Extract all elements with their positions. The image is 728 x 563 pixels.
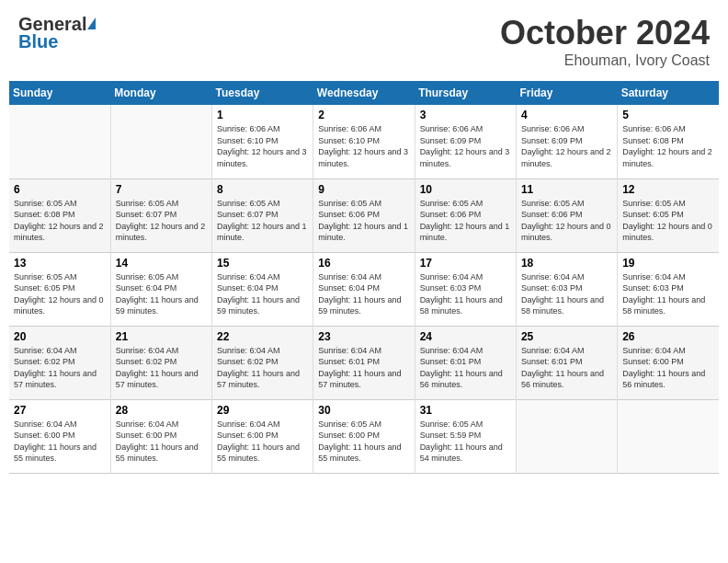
header-wednesday: Wednesday — [313, 81, 415, 105]
calendar-cell: 29Sunrise: 6:04 AM Sunset: 6:00 PM Dayli… — [212, 399, 313, 473]
page-header: General Blue October 2024 Ehouman, Ivory… — [9, 9, 719, 74]
day-info: Sunrise: 6:05 AM Sunset: 5:59 PM Dayligh… — [420, 419, 511, 465]
day-number: 19 — [622, 257, 714, 270]
calendar-cell: 27Sunrise: 6:04 AM Sunset: 6:00 PM Dayli… — [9, 399, 110, 473]
calendar-cell: 5Sunrise: 6:06 AM Sunset: 6:08 PM Daylig… — [618, 105, 719, 178]
calendar-week-row: 6Sunrise: 6:05 AM Sunset: 6:08 PM Daylig… — [9, 178, 719, 252]
day-info: Sunrise: 6:05 AM Sunset: 6:08 PM Dayligh… — [14, 198, 106, 244]
day-number: 15 — [217, 257, 308, 270]
day-number: 20 — [14, 330, 106, 343]
day-info: Sunrise: 6:06 AM Sunset: 6:10 PM Dayligh… — [217, 123, 308, 169]
day-info: Sunrise: 6:05 AM Sunset: 6:04 PM Dayligh… — [116, 271, 207, 317]
logo-triangle-icon — [87, 17, 96, 29]
calendar-cell: 3Sunrise: 6:06 AM Sunset: 6:09 PM Daylig… — [415, 105, 516, 178]
calendar-cell: 30Sunrise: 6:05 AM Sunset: 6:00 PM Dayli… — [313, 399, 415, 473]
day-number: 29 — [217, 404, 308, 417]
location: Ehouman, Ivory Coast — [500, 52, 710, 69]
header-thursday: Thursday — [415, 81, 516, 105]
month-title: October 2024 — [500, 14, 710, 52]
calendar-cell: 20Sunrise: 6:04 AM Sunset: 6:02 PM Dayli… — [9, 326, 110, 399]
day-number: 28 — [116, 404, 207, 417]
calendar-cell: 21Sunrise: 6:04 AM Sunset: 6:02 PM Dayli… — [110, 326, 211, 399]
day-info: Sunrise: 6:04 AM Sunset: 6:00 PM Dayligh… — [14, 419, 106, 465]
calendar-cell: 8Sunrise: 6:05 AM Sunset: 6:07 PM Daylig… — [212, 178, 313, 252]
day-info: Sunrise: 6:04 AM Sunset: 6:03 PM Dayligh… — [521, 271, 612, 317]
day-number: 26 — [622, 330, 714, 343]
day-number: 2 — [318, 109, 409, 121]
day-number: 23 — [318, 330, 409, 343]
day-number: 3 — [420, 109, 511, 121]
day-info: Sunrise: 6:04 AM Sunset: 6:03 PM Dayligh… — [622, 271, 714, 317]
day-info: Sunrise: 6:04 AM Sunset: 6:01 PM Dayligh… — [521, 345, 612, 391]
header-saturday: Saturday — [618, 81, 719, 105]
day-info: Sunrise: 6:05 AM Sunset: 6:07 PM Dayligh… — [217, 198, 308, 244]
calendar-cell: 2Sunrise: 6:06 AM Sunset: 6:10 PM Daylig… — [313, 105, 415, 178]
day-info: Sunrise: 6:06 AM Sunset: 6:08 PM Dayligh… — [622, 123, 714, 169]
day-info: Sunrise: 6:05 AM Sunset: 6:05 PM Dayligh… — [14, 271, 106, 317]
day-number: 22 — [217, 330, 308, 343]
header-monday: Monday — [110, 81, 211, 105]
day-number: 4 — [521, 109, 612, 121]
day-info: Sunrise: 6:04 AM Sunset: 6:04 PM Dayligh… — [318, 271, 409, 317]
day-info: Sunrise: 6:06 AM Sunset: 6:10 PM Dayligh… — [318, 123, 409, 169]
day-info: Sunrise: 6:04 AM Sunset: 6:00 PM Dayligh… — [622, 345, 714, 391]
calendar-header-row: SundayMondayTuesdayWednesdayThursdayFrid… — [9, 81, 719, 105]
day-info: Sunrise: 6:04 AM Sunset: 6:04 PM Dayligh… — [217, 271, 308, 317]
header-friday: Friday — [516, 81, 617, 105]
day-number: 6 — [14, 183, 106, 196]
calendar-cell: 19Sunrise: 6:04 AM Sunset: 6:03 PM Dayli… — [618, 252, 719, 326]
day-info: Sunrise: 6:05 AM Sunset: 6:06 PM Dayligh… — [318, 198, 409, 244]
calendar-cell: 1Sunrise: 6:06 AM Sunset: 6:10 PM Daylig… — [212, 105, 313, 178]
day-number: 5 — [622, 109, 714, 121]
day-info: Sunrise: 6:04 AM Sunset: 6:01 PM Dayligh… — [420, 345, 511, 391]
calendar-cell: 26Sunrise: 6:04 AM Sunset: 6:00 PM Dayli… — [618, 326, 719, 399]
logo: General Blue — [18, 14, 96, 52]
calendar-cell — [110, 105, 211, 178]
day-info: Sunrise: 6:06 AM Sunset: 6:09 PM Dayligh… — [521, 123, 612, 169]
day-info: Sunrise: 6:04 AM Sunset: 6:02 PM Dayligh… — [116, 345, 207, 391]
day-info: Sunrise: 6:05 AM Sunset: 6:07 PM Dayligh… — [116, 198, 207, 244]
calendar-table: SundayMondayTuesdayWednesdayThursdayFrid… — [9, 81, 719, 474]
calendar-cell: 24Sunrise: 6:04 AM Sunset: 6:01 PM Dayli… — [415, 326, 516, 399]
calendar-cell — [9, 105, 110, 178]
day-number: 13 — [14, 257, 106, 270]
day-info: Sunrise: 6:05 AM Sunset: 6:06 PM Dayligh… — [420, 198, 511, 244]
calendar-cell: 6Sunrise: 6:05 AM Sunset: 6:08 PM Daylig… — [9, 178, 110, 252]
calendar-cell: 23Sunrise: 6:04 AM Sunset: 6:01 PM Dayli… — [313, 326, 415, 399]
calendar-cell: 15Sunrise: 6:04 AM Sunset: 6:04 PM Dayli… — [212, 252, 313, 326]
calendar-week-row: 27Sunrise: 6:04 AM Sunset: 6:00 PM Dayli… — [9, 399, 719, 473]
calendar-cell: 17Sunrise: 6:04 AM Sunset: 6:03 PM Dayli… — [415, 252, 516, 326]
day-number: 12 — [622, 183, 714, 196]
header-sunday: Sunday — [9, 81, 110, 105]
title-area: October 2024 Ehouman, Ivory Coast — [500, 14, 710, 69]
calendar-week-row: 20Sunrise: 6:04 AM Sunset: 6:02 PM Dayli… — [9, 326, 719, 399]
day-number: 31 — [420, 404, 511, 417]
day-number: 17 — [420, 257, 511, 270]
day-number: 25 — [521, 330, 612, 343]
calendar-cell: 22Sunrise: 6:04 AM Sunset: 6:02 PM Dayli… — [212, 326, 313, 399]
day-number: 24 — [420, 330, 511, 343]
day-number: 9 — [318, 183, 409, 196]
calendar-week-row: 13Sunrise: 6:05 AM Sunset: 6:05 PM Dayli… — [9, 252, 719, 326]
day-number: 10 — [420, 183, 511, 196]
day-number: 30 — [318, 404, 409, 417]
day-number: 7 — [116, 183, 207, 196]
calendar-cell: 7Sunrise: 6:05 AM Sunset: 6:07 PM Daylig… — [110, 178, 211, 252]
calendar-cell: 18Sunrise: 6:04 AM Sunset: 6:03 PM Dayli… — [516, 252, 617, 326]
day-number: 8 — [217, 183, 308, 196]
day-info: Sunrise: 6:04 AM Sunset: 6:00 PM Dayligh… — [116, 419, 207, 465]
day-info: Sunrise: 6:04 AM Sunset: 6:02 PM Dayligh… — [217, 345, 308, 391]
day-info: Sunrise: 6:04 AM Sunset: 6:01 PM Dayligh… — [318, 345, 409, 391]
day-info: Sunrise: 6:06 AM Sunset: 6:09 PM Dayligh… — [420, 123, 511, 169]
calendar-cell — [618, 399, 719, 473]
calendar-cell: 28Sunrise: 6:04 AM Sunset: 6:00 PM Dayli… — [110, 399, 211, 473]
calendar-cell: 13Sunrise: 6:05 AM Sunset: 6:05 PM Dayli… — [9, 252, 110, 326]
calendar-cell: 31Sunrise: 6:05 AM Sunset: 5:59 PM Dayli… — [415, 399, 516, 473]
day-number: 11 — [521, 183, 612, 196]
calendar-week-row: 1Sunrise: 6:06 AM Sunset: 6:10 PM Daylig… — [9, 105, 719, 178]
logo-blue: Blue — [18, 31, 58, 52]
day-info: Sunrise: 6:04 AM Sunset: 6:03 PM Dayligh… — [420, 271, 511, 317]
day-info: Sunrise: 6:05 AM Sunset: 6:00 PM Dayligh… — [318, 419, 409, 465]
calendar-cell — [516, 399, 617, 473]
day-number: 14 — [116, 257, 207, 270]
